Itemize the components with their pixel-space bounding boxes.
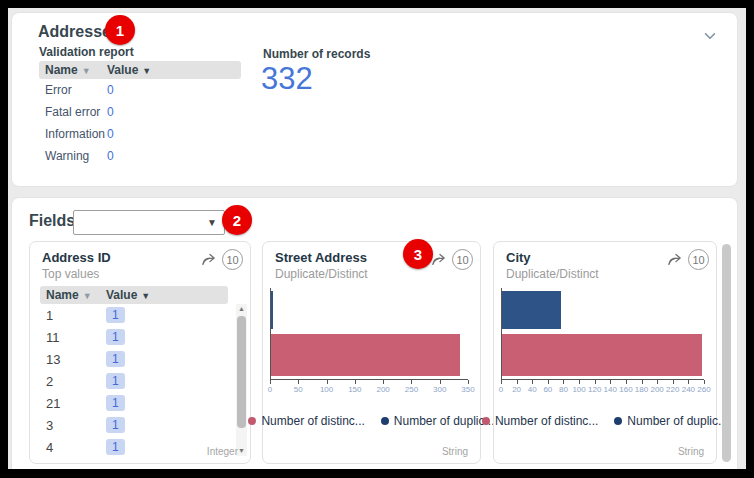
axis-tick: [610, 380, 611, 384]
caret-down-icon: ▼: [207, 217, 217, 228]
axis-tick: [532, 380, 533, 384]
app-screen: Addresses Validation report Name▼ Value▼…: [8, 8, 746, 469]
chart-legend: Number of distinc...Number of duplic...: [494, 414, 716, 428]
row-value-chip[interactable]: 1: [106, 307, 125, 323]
table-row: 41: [40, 436, 228, 456]
field-card-address-id: Address ID Top values 10 Name▼ Value▼ 11…: [29, 241, 251, 464]
axis-tick-label: 350: [461, 385, 474, 394]
field-card-street-address: Street Address Duplicate/Distinct 10 050…: [262, 241, 481, 464]
axis-tick-label: 250: [405, 385, 418, 394]
chart-bar: [271, 291, 273, 329]
share-icon: [430, 257, 447, 271]
scrollbar-thumb[interactable]: [237, 316, 246, 428]
chart-legend: Number of distinc...Number of duplic...: [263, 414, 480, 428]
row-value-chip[interactable]: 1: [106, 417, 125, 433]
table-row: 31: [40, 414, 228, 436]
row-value-link[interactable]: 0: [107, 105, 114, 119]
axis-tick-label: 260: [697, 385, 710, 394]
field-filter-dropdown[interactable]: ▼: [73, 210, 225, 235]
column-header-value[interactable]: Value▼: [106, 288, 150, 302]
fields-panel: Fields ▼ Address ID Top values 10 Name▼ …: [11, 197, 738, 469]
row-name: 21: [40, 396, 106, 411]
table-row: Fatal error0: [39, 101, 241, 123]
legend-dot-icon: [482, 417, 490, 425]
sample-count-badge[interactable]: 10: [688, 249, 709, 270]
column-header-name[interactable]: Name▼: [39, 63, 107, 77]
table-row: Warning0: [39, 145, 241, 167]
row-value-chip[interactable]: 1: [106, 329, 125, 345]
share-button[interactable]: [200, 251, 217, 268]
axis-tick: [626, 380, 627, 384]
sample-count-badge[interactable]: 10: [452, 249, 473, 270]
table-row: 211: [40, 392, 228, 414]
card-subtitle: Duplicate/Distinct: [275, 267, 368, 281]
row-name: 3: [40, 418, 106, 433]
scroll-up-icon[interactable]: ▲: [236, 304, 247, 314]
row-value-chip[interactable]: 1: [106, 351, 125, 367]
sample-count-badge[interactable]: 10: [222, 249, 243, 270]
table-row: Error0: [39, 79, 241, 101]
chevron-down-icon: [701, 34, 719, 48]
row-value-link[interactable]: 0: [107, 149, 114, 163]
card-title: Address ID: [42, 250, 111, 265]
axis-tick: [517, 380, 518, 384]
axis-tick: [688, 380, 689, 384]
legend-item: Number of duplic...: [381, 414, 495, 428]
row-value-chip[interactable]: 1: [106, 395, 125, 411]
axis-tick-label: 180: [635, 385, 648, 394]
sort-caret-icon: ▼: [141, 291, 150, 301]
card-title: City: [506, 250, 531, 265]
row-name: Error: [39, 83, 107, 97]
field-card-city: City Duplicate/Distinct 10 0204060801001…: [493, 241, 717, 464]
axis-tick-label: 100: [572, 385, 585, 394]
share-icon: [200, 257, 217, 271]
row-value-link[interactable]: 0: [107, 127, 114, 141]
share-button[interactable]: [666, 251, 683, 268]
table-row: 21: [40, 370, 228, 392]
row-value-chip[interactable]: 1: [106, 373, 125, 389]
validation-report-title: Validation report: [39, 45, 134, 59]
duplicate-distinct-chart: 050100150200250300350: [270, 288, 468, 396]
column-header-value[interactable]: Value▼: [107, 63, 151, 77]
legend-dot-icon: [248, 417, 256, 425]
axis-tick-label: 100: [320, 385, 333, 394]
table-row: Information0: [39, 123, 241, 145]
row-name: 2: [40, 374, 106, 389]
field-type-label: String: [442, 446, 468, 457]
legend-item: Number of distinc...: [482, 414, 598, 428]
table-row: 11: [40, 304, 228, 326]
column-header-name[interactable]: Name▼: [40, 288, 106, 302]
axis-tick-label: 200: [376, 385, 389, 394]
top-values-body: 1111113121211314171: [40, 304, 228, 456]
axis-tick: [468, 380, 469, 384]
legend-dot-icon: [381, 417, 389, 425]
row-name: Warning: [39, 149, 107, 163]
axis-tick-label: 60: [543, 385, 552, 394]
chart-bar: [502, 334, 702, 376]
legend-item: Number of duplic...: [614, 414, 728, 428]
axis-tick: [642, 380, 643, 384]
field-type-label: String: [678, 446, 704, 457]
collapse-panel-button[interactable]: [701, 27, 719, 45]
table-row: 111: [40, 326, 228, 348]
legend-item: Number of distinc...: [248, 414, 364, 428]
sort-caret-icon: ▼: [142, 66, 151, 76]
annotation-badge-3: 3: [403, 239, 433, 269]
chart-x-axis: 050100150200250300350: [270, 380, 468, 396]
axis-tick: [704, 380, 705, 384]
row-value-chip[interactable]: 1: [106, 439, 125, 455]
row-name: Fatal error: [39, 105, 107, 119]
axis-tick: [673, 380, 674, 384]
axis-tick-label: 140: [604, 385, 617, 394]
axis-tick-label: 40: [528, 385, 537, 394]
axis-tick: [327, 380, 328, 384]
number-of-records-label: Number of records: [263, 47, 370, 61]
axis-tick: [270, 380, 271, 384]
axis-tick-label: 200: [650, 385, 663, 394]
validation-table-body: Error0Fatal error0Information0Warning0: [39, 79, 241, 167]
row-value-link[interactable]: 0: [107, 83, 114, 97]
chart-bar: [271, 334, 460, 376]
fields-panel-scrollbar[interactable]: [722, 244, 731, 462]
table-scrollbar[interactable]: ▲ ▼: [236, 304, 247, 456]
legend-label: Number of duplic...: [394, 414, 495, 428]
